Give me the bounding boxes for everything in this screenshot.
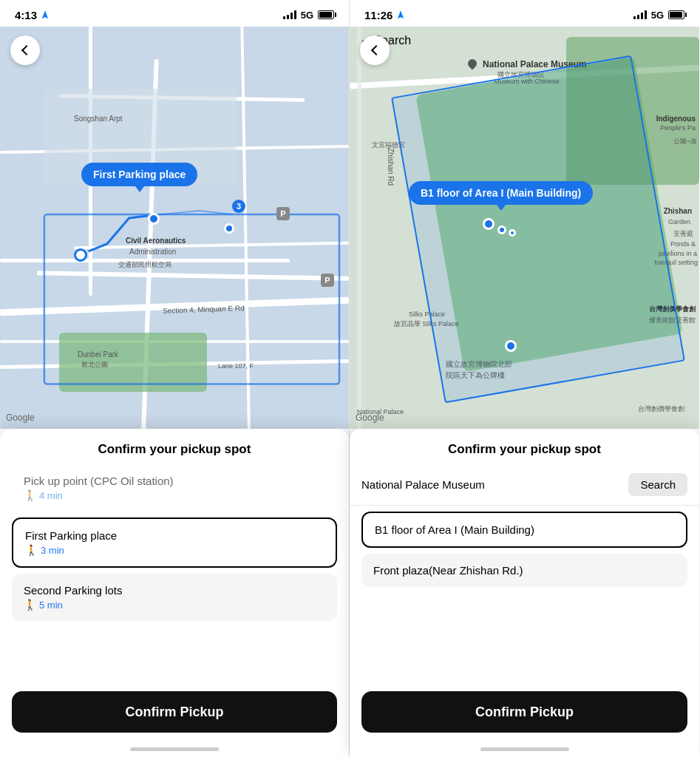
list-item[interactable]: Front plaza(Near Zhishan Rd.) bbox=[361, 554, 687, 587]
left-map: Songshan Arpt Civil Aeronautics Administ… bbox=[0, 0, 349, 429]
search-row: National Palace Museum Search bbox=[350, 464, 699, 506]
back-arrow-left bbox=[21, 45, 31, 55]
search-bar-row: ◀ Search bbox=[350, 27, 699, 53]
list-item[interactable]: Second Parking lots 🚶 5 min bbox=[12, 574, 337, 621]
left-time: 4:13 bbox=[15, 9, 50, 21]
confirm-pickup-button-left[interactable]: Confirm Pickup bbox=[12, 691, 337, 733]
back-button-right[interactable] bbox=[360, 35, 390, 65]
left-panel: Songshan Arpt Civil Aeronautics Administ… bbox=[0, 0, 350, 757]
left-sheet-body: Pick up point (CPC Oil station) 🚶 4 min … bbox=[0, 464, 349, 685]
home-indicator-left bbox=[130, 747, 219, 751]
location-time: 🚶 5 min bbox=[24, 599, 325, 611]
location-time: 🚶 4 min bbox=[24, 489, 325, 501]
battery-right bbox=[668, 10, 684, 19]
location-name: B1 floor of Area I (Main Building) bbox=[375, 523, 674, 536]
list-item[interactable]: Pick up point (CPC Oil station) 🚶 4 min bbox=[12, 464, 337, 512]
navigation-icon-right bbox=[395, 10, 406, 20]
search-button[interactable]: Search bbox=[628, 473, 687, 496]
location-name: Second Parking lots bbox=[24, 584, 325, 597]
list-item[interactable]: First Parking place 🚶 3 min bbox=[12, 517, 337, 568]
confirm-pickup-button-right[interactable]: Confirm Pickup bbox=[361, 691, 687, 733]
right-map: National Palace Museum 國立故宮博物院 Museum wi… bbox=[350, 0, 699, 429]
location-name: Pick up point (CPC Oil station) bbox=[24, 475, 325, 487]
location-name: First Parking place bbox=[25, 529, 324, 542]
5g-label-right: 5G bbox=[651, 10, 664, 21]
right-status-bar: 11:26 5G bbox=[350, 0, 699, 27]
left-status-bar: 4:13 5G bbox=[0, 0, 349, 27]
back-button-left[interactable] bbox=[10, 35, 40, 65]
left-bottom-sheet: Confirm your pickup spot Pick up point (… bbox=[0, 429, 349, 757]
left-status-right: 5G bbox=[283, 10, 334, 21]
search-location-label: National Palace Museum bbox=[361, 478, 485, 491]
home-indicator-right bbox=[480, 747, 569, 751]
right-bottom-sheet: Confirm your pickup spot National Palace… bbox=[350, 429, 699, 757]
back-arrow-right bbox=[370, 45, 381, 55]
right-map-callout: B1 floor of Area I (Main Building) bbox=[409, 181, 593, 205]
list-item[interactable]: B1 floor of Area I (Main Building) bbox=[361, 512, 687, 548]
location-time: 🚶 3 min bbox=[25, 544, 324, 556]
location-name: Front plaza(Near Zhishan Rd.) bbox=[373, 564, 676, 577]
right-panel: National Palace Museum 國立故宮博物院 Museum wi… bbox=[350, 0, 699, 757]
right-time: 11:26 bbox=[364, 9, 406, 21]
svg-rect-0 bbox=[44, 214, 339, 384]
right-status-right: 5G bbox=[633, 10, 684, 21]
5g-label-left: 5G bbox=[301, 10, 313, 21]
battery-left bbox=[318, 10, 334, 19]
left-map-callout: First Parking place bbox=[81, 163, 197, 186]
signal-bars-right bbox=[633, 10, 647, 19]
signal-bars-left bbox=[283, 10, 296, 19]
navigation-icon bbox=[40, 10, 50, 20]
right-sheet-body: B1 floor of Area I (Main Building) Front… bbox=[350, 512, 699, 685]
left-sheet-title: Confirm your pickup spot bbox=[0, 429, 349, 464]
right-sheet-title: Confirm your pickup spot bbox=[350, 429, 699, 464]
